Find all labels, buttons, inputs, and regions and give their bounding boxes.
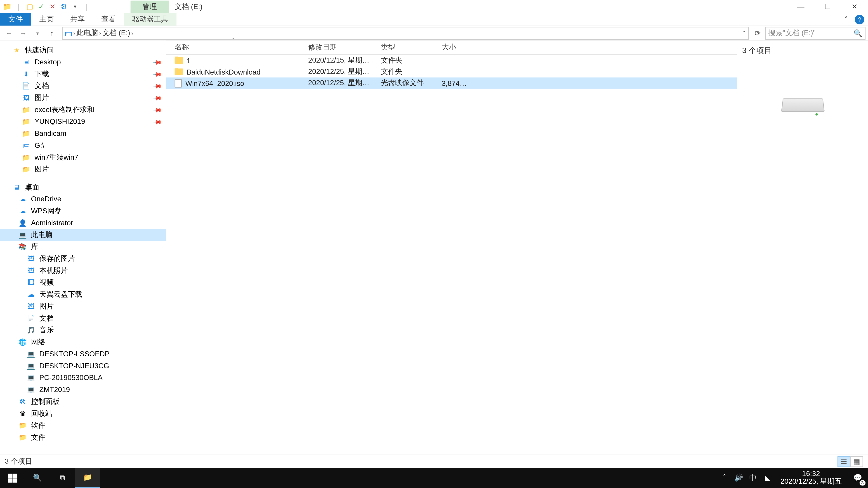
nav-item-label: 音乐 xyxy=(39,325,54,335)
tab-share[interactable]: 共享 xyxy=(62,13,93,26)
help-icon[interactable]: ? xyxy=(855,15,864,24)
breadcrumb[interactable]: 🖴 › 此电脑 › 文档 (E:) › ˅ xyxy=(62,26,749,39)
net-icon: 🌐 xyxy=(18,337,27,347)
nav-desktop-item[interactable]: 🖼图片 xyxy=(0,300,166,312)
tab-file[interactable]: 文件 xyxy=(0,13,31,26)
chevron-right-icon[interactable]: › xyxy=(73,30,75,36)
forward-button[interactable]: → xyxy=(17,26,30,39)
file-row[interactable]: Win7x64_2020.iso2020/12/25, 星期五 1...光盘映像… xyxy=(166,77,737,89)
column-name[interactable]: 名称 ˄ xyxy=(166,42,300,53)
ribbon-collapse-icon[interactable]: ˅ xyxy=(839,13,852,26)
nav-desktop-item[interactable]: 💻DESKTOP-LSSOEDP xyxy=(0,348,166,360)
pic-icon: 🖼 xyxy=(26,266,36,275)
task-view-button[interactable]: ⧉ xyxy=(50,468,75,488)
nav-quick-item[interactable]: 🖥Desktop📌 xyxy=(0,56,166,68)
nav-desktop-item[interactable]: ☁OneDrive xyxy=(0,193,166,205)
qat-new-folder-icon[interactable]: ▢ xyxy=(25,2,35,11)
tab-view[interactable]: 查看 xyxy=(93,13,124,26)
pin-icon: 📌 xyxy=(153,57,162,67)
nav-quick-item[interactable]: 📁图片 xyxy=(0,163,166,175)
taskbar-clock[interactable]: 16:32 2020/12/25, 星期五 xyxy=(774,470,848,486)
pc-icon: 💻 xyxy=(18,230,27,239)
view-details-button[interactable]: ☰ xyxy=(837,456,850,467)
nav-quick-access[interactable]: ★ 快速访问 xyxy=(0,44,166,56)
column-type[interactable]: 类型 xyxy=(373,42,433,53)
nav-desktop-item[interactable]: 📄文档 xyxy=(0,312,166,324)
tray-app-icon[interactable]: ◣ xyxy=(760,468,774,488)
search-icon[interactable]: 🔍 xyxy=(854,29,863,37)
nav-desktop-item[interactable]: 🎵音乐 xyxy=(0,324,166,336)
qat-app-icon[interactable]: 📁 xyxy=(2,2,12,11)
back-button[interactable]: ← xyxy=(2,26,16,39)
minimize-button[interactable]: — xyxy=(787,0,814,13)
crumb-drive[interactable]: 文档 (E:) xyxy=(102,28,130,38)
tab-home[interactable]: 主页 xyxy=(31,13,62,26)
system-tray: ˄ 🔊 中 ◣ 16:32 2020/12/25, 星期五 💬 3 xyxy=(717,468,868,488)
nav-desktop-item[interactable]: 🖼本机照片 xyxy=(0,265,166,276)
search-button[interactable]: 🔍 xyxy=(25,468,50,488)
nav-quick-item[interactable]: 📁excel表格制作求和📌 xyxy=(0,104,166,116)
nav-item-label: 回收站 xyxy=(31,409,53,419)
column-size[interactable]: 大小 xyxy=(433,42,470,53)
nav-desktop-item[interactable]: 💻DESKTOP-NJEU3CG xyxy=(0,360,166,372)
nav-quick-item[interactable]: ⬇下载📌 xyxy=(0,68,166,80)
file-row[interactable]: 12020/12/15, 星期二 1...文件夹 xyxy=(166,55,737,66)
nav-quick-item[interactable]: 📁win7重装win7 xyxy=(0,151,166,163)
nav-quick-item[interactable]: 📁Bandicam xyxy=(0,127,166,139)
nav-item-label: 图片 xyxy=(35,164,49,174)
nav-desktop-item[interactable]: 💻ZMT2019 xyxy=(0,384,166,396)
tray-overflow-icon[interactable]: ˄ xyxy=(717,468,732,488)
nav-item-label: 下载 xyxy=(35,69,49,79)
refresh-button[interactable]: ⟳ xyxy=(751,26,764,39)
action-center-button[interactable]: 💬 3 xyxy=(848,468,868,488)
nav-desktop-item[interactable]: 💻PC-20190530OBLA xyxy=(0,372,166,384)
maximize-button[interactable]: ☐ xyxy=(814,0,841,13)
ime-indicator[interactable]: 中 xyxy=(746,468,760,488)
recent-dropdown-icon[interactable]: ▾ xyxy=(31,26,44,39)
start-button[interactable] xyxy=(0,468,25,488)
qat-check-icon[interactable]: ✓ xyxy=(36,2,46,11)
nav-item-label: DESKTOP-LSSOEDP xyxy=(39,350,110,358)
nav-quick-item[interactable]: 🖼图片📌 xyxy=(0,92,166,104)
nav-desktop-item[interactable]: 📚库 xyxy=(0,240,166,253)
nav-desktop-item[interactable]: ☁WPS网盘 xyxy=(0,205,166,217)
nav-quick-item[interactable]: 📁YUNQISHI2019📌 xyxy=(0,116,166,128)
nav-desktop-item[interactable]: 📁软件 xyxy=(0,419,166,431)
crumb-this-pc[interactable]: 此电脑 xyxy=(76,28,98,38)
nav-desktop-item[interactable]: 👤Administrator xyxy=(0,217,166,229)
nav-desktop-item[interactable]: 💻此电脑 xyxy=(0,229,166,241)
taskbar-time: 16:32 xyxy=(780,470,842,478)
qat-close-icon[interactable]: ✕ xyxy=(48,2,57,11)
close-button[interactable]: ✕ xyxy=(841,0,868,13)
nav-desktop-item[interactable]: 🛠控制面板 xyxy=(0,396,166,408)
qat-dropdown-icon[interactable]: ▾ xyxy=(70,2,80,11)
chevron-right-icon[interactable]: › xyxy=(131,30,133,36)
volume-icon[interactable]: 🔊 xyxy=(732,468,746,488)
nav-desktop-item[interactable]: ☁天翼云盘下载 xyxy=(0,288,166,300)
qat-gear-icon[interactable]: ⚙ xyxy=(59,2,68,11)
status-text: 3 个项目 xyxy=(5,456,32,466)
view-icons-button[interactable]: ▦ xyxy=(850,456,863,467)
nav-quick-item[interactable]: 🖴G:\ xyxy=(0,139,166,151)
tab-drive-tools[interactable]: 驱动器工具 xyxy=(124,13,176,26)
search-box[interactable]: 搜索"文档 (E:)" 🔍 xyxy=(765,26,866,39)
nav-desktop-item[interactable]: 🎞视频 xyxy=(0,276,166,289)
nav-quick-item[interactable]: 📄文档📌 xyxy=(0,80,166,92)
nav-desktop-item[interactable]: 📁文件 xyxy=(0,431,166,443)
taskbar: 🔍 ⧉ 📁 ˄ 🔊 中 ◣ 16:32 2020/12/25, 星期五 💬 3 xyxy=(0,468,868,488)
video-icon: 🎞 xyxy=(26,278,36,287)
column-date[interactable]: 修改日期 xyxy=(300,42,373,53)
address-dropdown-icon[interactable]: ˅ xyxy=(743,30,746,36)
nav-desktop[interactable]: 🖥 桌面 xyxy=(0,181,166,193)
doc-icon: 📄 xyxy=(22,81,31,91)
file-row[interactable]: BaiduNetdiskDownload2020/12/25, 星期五 1...… xyxy=(166,66,737,77)
nav-desktop-item[interactable]: 🗑回收站 xyxy=(0,408,166,420)
nav-desktop-item[interactable]: 🌐网络 xyxy=(0,336,166,348)
navigation-tree[interactable]: ★ 快速访问 🖥Desktop📌⬇下载📌📄文档📌🖼图片📌📁excel表格制作求和… xyxy=(0,40,166,455)
cloud-icon: ☁ xyxy=(18,206,27,216)
explorer-taskbar-button[interactable]: 📁 xyxy=(75,468,100,488)
svg-rect-3 xyxy=(13,478,17,482)
up-button[interactable]: ↑ xyxy=(45,26,58,39)
nav-desktop-item[interactable]: 🖼保存的图片 xyxy=(0,253,166,265)
chevron-right-icon[interactable]: › xyxy=(99,30,101,36)
